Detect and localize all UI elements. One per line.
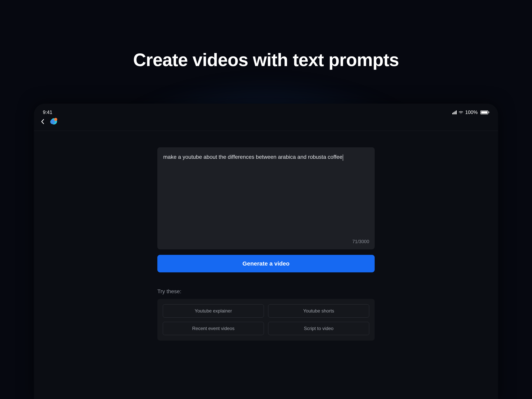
suggestion-script-to-video[interactable]: Script to video [268,322,369,335]
nav-bar [34,117,498,131]
back-button[interactable] [40,119,45,124]
char-counter: 71/3000 [352,239,369,244]
suggestions-panel: Youtube explainer Youtube shorts Recent … [157,299,375,341]
status-bar: 9:41 100% [34,104,498,117]
suggestions-heading: Try these: [157,288,375,295]
page-title: Create videos with text prompts [0,50,532,70]
suggestion-youtube-shorts[interactable]: Youtube shorts [268,304,369,318]
battery-label: 100% [465,109,478,115]
status-time: 9:41 [43,109,52,115]
generate-button[interactable]: Generate a video [157,255,375,272]
device-frame: 9:41 100% [34,104,498,399]
battery-icon [480,110,489,114]
suggestion-youtube-explainer[interactable]: Youtube explainer [163,304,264,318]
app-logo-icon [50,117,58,126]
cellular-icon [452,110,457,114]
wifi-icon [459,110,463,114]
suggestion-recent-event-videos[interactable]: Recent event videos [163,322,264,335]
text-cursor [343,154,343,161]
prompt-text: make a youtube about the differences bet… [163,154,343,160]
prompt-input[interactable]: make a youtube about the differences bet… [157,147,375,249]
